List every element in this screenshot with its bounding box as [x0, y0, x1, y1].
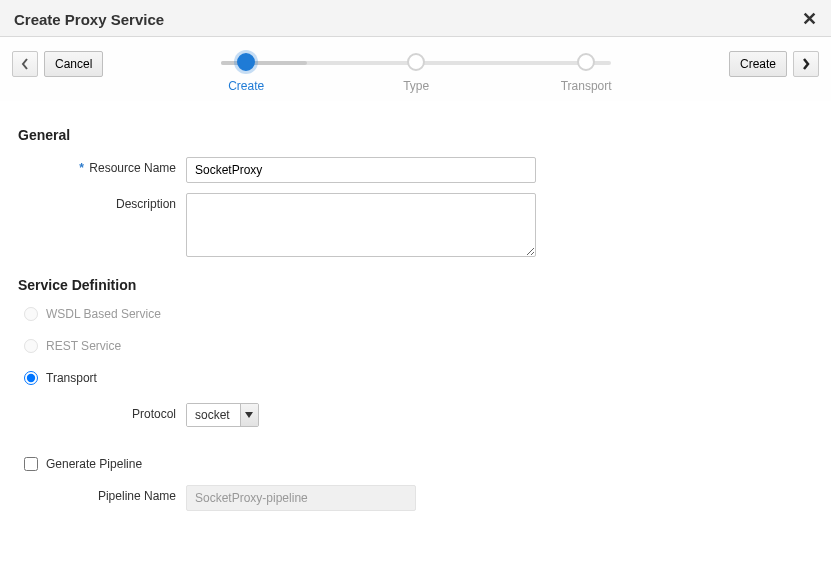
step-circle-icon — [237, 53, 255, 71]
radio-transport[interactable]: Transport — [24, 371, 813, 385]
step-label: Transport — [561, 79, 612, 93]
step-circle-icon — [577, 53, 595, 71]
caret-down-icon — [245, 412, 253, 418]
generate-pipeline-label: Generate Pipeline — [46, 457, 142, 471]
generate-pipeline-checkbox[interactable] — [24, 457, 38, 471]
close-icon[interactable]: ✕ — [802, 10, 817, 28]
step-label: Type — [403, 79, 429, 93]
chevron-right-icon — [802, 58, 810, 70]
protocol-label: Protocol — [18, 403, 186, 421]
dialog-title: Create Proxy Service — [14, 11, 164, 28]
next-button[interactable] — [793, 51, 819, 77]
pipeline-name-label: Pipeline Name — [18, 485, 186, 503]
radio-rest: REST Service — [24, 339, 813, 353]
protocol-value: socket — [187, 404, 240, 426]
step-transport[interactable]: Transport — [551, 53, 621, 93]
required-star-icon: * — [79, 161, 84, 175]
protocol-dropdown-button[interactable] — [240, 404, 258, 426]
step-label: Create — [228, 79, 264, 93]
section-service-def-title: Service Definition — [18, 277, 813, 293]
step-circle-icon — [407, 53, 425, 71]
resource-name-label: * Resource Name — [18, 157, 186, 175]
create-button[interactable]: Create — [729, 51, 787, 77]
protocol-select[interactable]: socket — [186, 403, 259, 427]
description-label: Description — [18, 193, 186, 211]
radio-transport-label: Transport — [46, 371, 97, 385]
radio-wsdl: WSDL Based Service — [24, 307, 813, 321]
generate-pipeline-checkbox-row[interactable]: Generate Pipeline — [24, 457, 813, 471]
radio-rest-label: REST Service — [46, 339, 121, 353]
radio-wsdl-label: WSDL Based Service — [46, 307, 161, 321]
back-button[interactable] — [12, 51, 38, 77]
wizard-stepper: Create Type Transport — [103, 51, 729, 93]
radio-rest-input — [24, 339, 38, 353]
cancel-button[interactable]: Cancel — [44, 51, 103, 77]
resource-name-input[interactable] — [186, 157, 536, 183]
step-type[interactable]: Type — [381, 53, 451, 93]
radio-wsdl-input — [24, 307, 38, 321]
chevron-left-icon — [21, 58, 29, 70]
section-general-title: General — [18, 127, 813, 143]
step-create[interactable]: Create — [211, 53, 281, 93]
pipeline-name-input — [186, 485, 416, 511]
radio-transport-input[interactable] — [24, 371, 38, 385]
description-textarea[interactable] — [186, 193, 536, 257]
